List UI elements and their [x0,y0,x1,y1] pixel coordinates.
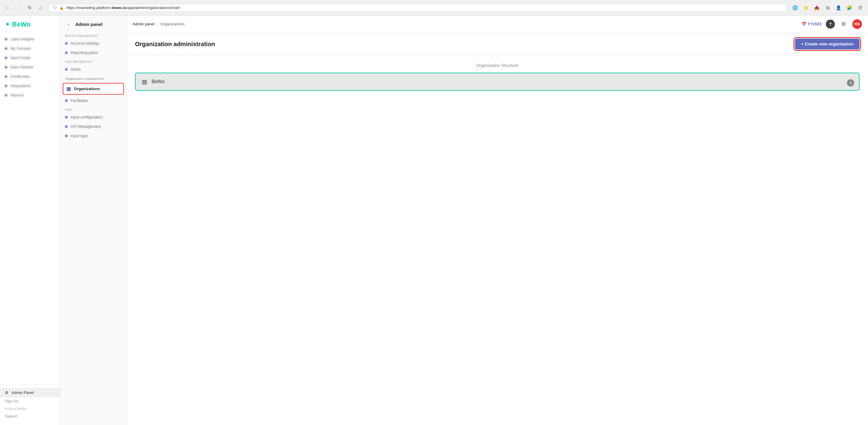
menu-item-organizations[interactable]: ▦ Organizations [63,83,124,95]
avatar[interactable]: HG [852,19,862,29]
org-grid-icon: ▦ [142,78,147,85]
sidebar-label: Certificates [10,74,30,79]
extensions-button[interactable]: 🧩 [845,4,854,12]
dot-icon [65,125,67,128]
dot-icon [65,135,67,137]
top-header: Admin panel › Organizations 📅 FY2023 ? ⚙… [127,16,868,33]
settings-button[interactable]: ⚙ [839,20,848,29]
sidebar-item-reports[interactable]: Reports [0,90,60,100]
logo-icon: ✦ [5,21,10,28]
forward-button[interactable]: → [14,4,23,12]
menu-item-api-management[interactable]: API Management [60,122,126,131]
breadcrumb-chevron: › [157,22,158,26]
menu-label: Users [70,67,81,71]
sidebar-label: Label Insights [10,37,34,41]
admin-icon: ⚙ [5,390,8,395]
sidebar-item-support[interactable]: Support [0,412,60,420]
menu-item-input-configuration[interactable]: Input configuration [60,113,126,122]
menu-label: Facilitates [70,98,88,103]
panel-back-button[interactable]: ‹ [65,21,72,28]
back-button[interactable]: ← [4,4,12,12]
invite-text: Invite to BeWo [0,405,60,412]
sidebar-label: Reports [10,93,24,97]
org-structure-label: Organization Structure [135,63,860,68]
dot-icon [65,99,67,102]
logo-area: ✦ BeWo [0,21,60,34]
header-right: 📅 FY2023 ? ⚙ HG [802,19,862,29]
dot-icon [5,47,7,50]
grid-icon: ▦ [66,86,71,92]
menu-item-account-settings[interactable]: Account settings [60,38,126,48]
dot-icon [5,75,7,78]
section-account-management: Account Management [60,31,126,38]
main-content: Organization administration + Create new… [127,33,868,425]
panel-title: Admin panel [75,22,102,27]
sidebar-label: Integrations [10,84,31,88]
sidebar-item-my-surveys[interactable]: My Surveys [0,44,60,53]
right-area: Admin panel › Organizations 📅 FY2023 ? ⚙… [127,16,868,425]
support-label: Support [5,414,18,418]
account-button[interactable]: 👤 [834,4,843,12]
browser-actions: 🌐 ⭐ 📥 ⧉ 👤 🧩 ☰ [791,4,864,12]
sidebar-item-integrations[interactable]: Integrations [0,81,60,90]
menu-label: Reporting plans [70,50,98,55]
sidebar-label: Data Pipeline [10,65,33,69]
browser-chrome: ← → ↻ ⌂ 🛡 🔒 https://marketing.platform.b… [0,0,868,16]
sidebar-label: Input Guide [10,56,30,60]
home-button[interactable]: ⌂ [36,4,44,12]
dot-icon [65,116,67,118]
dot-icon [65,52,67,54]
org-card: ▦ BeWo ⋮ ℹ [135,73,860,91]
breadcrumb: Admin panel › Organizations [133,22,798,26]
signout-label: Sign out [5,399,18,403]
menu-item-input-type[interactable]: Input type [60,131,126,141]
shield-icon: 🛡 [53,5,57,10]
section-user-management: User Management [60,57,126,64]
menu-label: API Management [70,124,101,129]
content-header: Organization administration + Create new… [127,33,868,56]
fy-label: FY2023 [808,22,822,26]
panel-header: ‹ Admin panel [60,21,126,31]
create-organization-button[interactable]: + Create new organization [795,38,860,50]
sidebar-item-admin-panel[interactable]: ⚙ Admin Panel [0,388,60,397]
tabs-button[interactable]: ⧉ [824,4,832,12]
content-body: Organization Structure ▦ BeWo ⋮ ℹ [127,56,868,98]
translate-button[interactable]: 🌐 [791,4,799,12]
breadcrumb-admin: Admin panel [133,22,154,26]
menu-button[interactable]: ☰ [856,4,864,12]
download-button[interactable]: 📥 [812,4,821,12]
dot-icon [5,85,7,87]
app-container: ✦ BeWo Label Insights My Surveys Input G… [0,16,868,425]
bookmark-button[interactable]: ⭐ [802,4,810,12]
menu-label: Input type [70,133,88,138]
logo-text: BeWo [12,21,31,28]
dot-icon [5,66,7,68]
menu-item-facilitates[interactable]: Facilitates [60,96,126,105]
menu-item-users[interactable]: Users [60,64,126,74]
url-text: https://marketing.platform.bewo.io/app/a… [66,5,180,10]
sidebar-bottom: ⚙ Admin Panel Sign out Invite to BeWo Su… [0,384,60,420]
org-info-button[interactable]: ℹ [847,79,854,87]
help-button[interactable]: ? [826,20,835,29]
middle-panel: ‹ Admin panel Account Management Account… [60,16,127,425]
sidebar-item-sign-out[interactable]: Sign out [0,397,60,405]
fy-badge[interactable]: 📅 FY2023 [802,22,822,26]
refresh-button[interactable]: ↻ [25,4,34,12]
admin-label: Admin Panel [11,390,34,395]
left-sidebar: ✦ BeWo Label Insights My Surveys Input G… [0,16,60,425]
lock-icon: 🔒 [59,6,64,10]
sidebar-label: My Surveys [10,46,31,51]
breadcrumb-organizations: Organizations [160,22,184,26]
sidebar-item-certificates[interactable]: Certificates [0,72,60,81]
sidebar-item-input-guide[interactable]: Input Guide [0,53,60,62]
org-card-name: BeWo [152,79,853,84]
section-input: Input [60,105,126,113]
page-title: Organization administration [135,41,215,48]
section-org-management: Organization management [60,74,126,82]
dot-icon [5,57,7,59]
sidebar-item-label-insights[interactable]: Label Insights [0,34,60,44]
nav-buttons: ← → ↻ ⌂ [4,4,44,12]
menu-item-reporting-plans[interactable]: Reporting plans [60,48,126,57]
sidebar-item-data-pipeline[interactable]: Data Pipeline [0,62,60,72]
address-bar[interactable]: 🛡 🔒 https://marketing.platform.bewo.io/a… [48,4,787,12]
